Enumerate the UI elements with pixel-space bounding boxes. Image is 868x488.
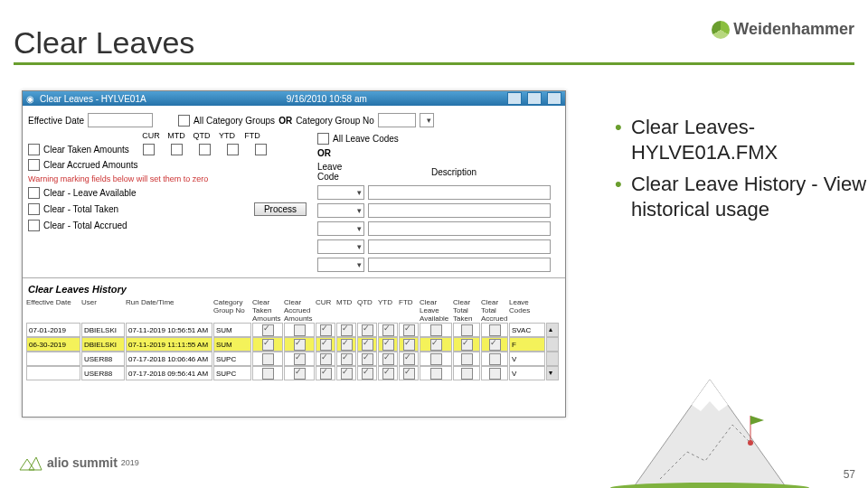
checkbox-icon <box>262 324 274 336</box>
cell: SUM <box>213 323 251 337</box>
hdr: YTD <box>378 298 398 323</box>
hdr: Clear Leave Available <box>420 298 452 323</box>
cell <box>26 366 80 380</box>
hdr: Run Date/Time <box>126 298 212 323</box>
checkbox-icon <box>341 324 353 336</box>
table-row[interactable]: USER8807-17-2018 10:06:46 AMSUPCV <box>23 352 565 366</box>
chk[interactable] <box>227 144 239 155</box>
cell <box>378 323 398 337</box>
cell: SUPC <box>213 352 251 366</box>
checkbox-icon <box>461 353 473 365</box>
window-title: Clear Leaves - HYLVE01A <box>40 94 146 104</box>
scroll-cue[interactable]: ▾ <box>546 366 559 380</box>
effective-date-input[interactable] <box>88 113 153 127</box>
app-icon: ◉ <box>26 94 34 104</box>
checkbox-icon <box>262 339 274 351</box>
clear-accrued-checkbox[interactable] <box>28 159 40 171</box>
checkbox-icon <box>382 368 394 380</box>
checkbox-icon <box>489 324 501 336</box>
clear-total-accrued-checkbox[interactable] <box>28 220 40 231</box>
description-input[interactable] <box>368 258 551 272</box>
cell: F <box>509 337 545 352</box>
checkbox-icon <box>294 339 306 351</box>
close-icon[interactable] <box>547 92 561 105</box>
leave-code-dropdown[interactable] <box>317 203 364 218</box>
cell: V <box>509 352 545 366</box>
checkbox-icon <box>320 368 332 380</box>
leave-code-dropdown[interactable] <box>317 258 364 272</box>
cell <box>481 337 508 352</box>
checkbox-icon <box>461 339 473 351</box>
process-button[interactable]: Process <box>254 202 307 216</box>
description-input[interactable] <box>368 221 551 236</box>
cell <box>284 337 315 352</box>
cell <box>357 366 377 380</box>
leave-code-dropdown[interactable] <box>317 221 364 236</box>
category-group-no-input[interactable] <box>378 113 416 127</box>
cell <box>316 366 335 380</box>
hdr: Clear Taken Amounts <box>252 298 283 323</box>
checkbox-icon <box>362 368 373 380</box>
chk[interactable] <box>255 144 267 155</box>
cell <box>399 337 419 352</box>
bullet-item: Clear Leave History - View historical us… <box>615 172 868 221</box>
hdr: Clear Total Taken <box>453 298 480 323</box>
brand-logo: Weidenhammer <box>712 20 854 39</box>
clear-taken-checkbox[interactable] <box>28 144 40 155</box>
minimize-icon[interactable] <box>507 92 522 105</box>
warn-item: Clear - Total Taken <box>43 204 118 214</box>
all-category-groups-checkbox[interactable] <box>178 115 190 127</box>
checkbox-icon <box>489 339 501 351</box>
maximize-icon[interactable] <box>527 92 542 105</box>
chk[interactable] <box>143 144 155 155</box>
leave-code-dropdown[interactable] <box>317 185 364 200</box>
scroll-cue[interactable]: ▴ <box>546 323 559 337</box>
cell <box>284 352 315 366</box>
cell <box>481 366 508 380</box>
cell: SUPC <box>213 366 251 380</box>
description-input[interactable] <box>368 239 551 254</box>
or-label: OR <box>317 148 331 158</box>
category-group-dropdown[interactable] <box>420 113 434 127</box>
cell <box>420 352 452 366</box>
scroll-cue[interactable] <box>546 352 559 366</box>
page-number: 57 <box>844 468 855 481</box>
hdr: MTD <box>336 298 356 323</box>
clear-available-checkbox[interactable] <box>28 187 40 199</box>
cell <box>26 352 80 366</box>
description-input[interactable] <box>368 203 551 218</box>
col-cur: CUR <box>140 131 162 140</box>
table-row[interactable]: USER8807-17-2018 09:56:41 AMSUPCV▾ <box>23 366 565 380</box>
hdr: Category Group No <box>213 298 251 323</box>
cell <box>420 323 452 337</box>
svg-marker-7 <box>29 457 42 470</box>
history-header: Effective Date User Run Date/Time Catego… <box>23 298 565 323</box>
bullet-item: Clear Leaves- HYLVE01A.FMX <box>615 115 868 164</box>
cell <box>252 323 283 337</box>
clear-total-taken-checkbox[interactable] <box>28 203 40 215</box>
cell <box>453 323 480 337</box>
cell <box>399 366 419 380</box>
chk[interactable] <box>199 144 211 155</box>
checkbox-icon <box>262 368 274 380</box>
checkbox-icon <box>382 324 394 336</box>
cell: USER88 <box>81 352 125 366</box>
cell: SVAC <box>509 323 545 337</box>
table-row[interactable]: 06-30-2019DBIELSKI07-11-2019 11:11:55 AM… <box>23 337 565 352</box>
cell <box>284 366 315 380</box>
description-input[interactable] <box>368 185 551 200</box>
col-mtd: MTD <box>165 131 187 140</box>
leave-code-dropdown[interactable] <box>317 239 364 254</box>
all-leave-codes-label: All Leave Codes <box>333 134 399 144</box>
all-leave-codes-checkbox[interactable] <box>317 133 329 145</box>
all-category-groups-label: All Category Groups <box>193 116 275 126</box>
table-row[interactable]: 07-01-2019DBIELSKI07-11-2019 10:56:51 AM… <box>23 323 565 337</box>
cell <box>284 323 315 337</box>
swirl-icon <box>712 21 730 39</box>
hdr: Effective Date <box>26 298 80 323</box>
chk[interactable] <box>171 144 183 155</box>
cell <box>316 323 335 337</box>
col-ftd: FTD <box>241 131 263 140</box>
leave-code-label: Leave Code <box>317 162 354 182</box>
scroll-cue[interactable] <box>546 337 559 352</box>
